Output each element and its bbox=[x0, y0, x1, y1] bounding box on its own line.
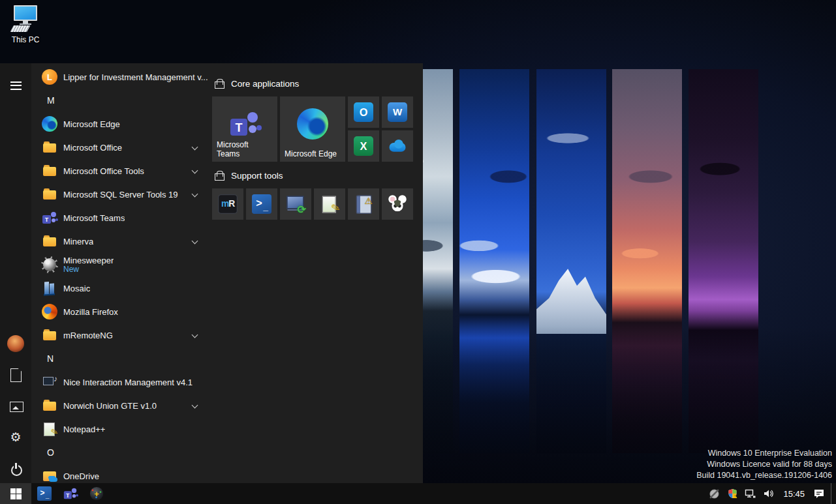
tile-icon-wrap bbox=[212, 106, 277, 142]
windows-logo-icon bbox=[10, 488, 22, 499]
chevron-down-icon[interactable] bbox=[193, 145, 198, 150]
app-item-label: Microsoft Office bbox=[63, 143, 122, 153]
tile-excel[interactable] bbox=[348, 130, 379, 162]
tile-notepad-plus-plus[interactable] bbox=[314, 188, 345, 220]
rail-item-pictures[interactable] bbox=[0, 393, 31, 419]
action-center-icon[interactable] bbox=[813, 487, 826, 500]
no-internet-icon[interactable] bbox=[707, 487, 720, 500]
section-letter: O bbox=[47, 447, 54, 458]
watermark-line-3: Build 19041.vb_release.191206-1406 bbox=[696, 470, 832, 481]
start-app-onedrive[interactable]: OneDrive bbox=[31, 464, 212, 483]
tile-icon-wrap bbox=[280, 106, 345, 142]
tray-after-clock bbox=[813, 487, 826, 500]
outlook-icon bbox=[354, 102, 373, 122]
app-item-label: Mosaic bbox=[63, 284, 90, 293]
app-item-label: Lipper for Investment Management v... bbox=[63, 72, 208, 82]
rail-item-documents[interactable] bbox=[0, 362, 31, 388]
start-app-mremoteng[interactable]: mRemoteNG bbox=[31, 323, 212, 347]
start-app-minerva[interactable]: Minerva bbox=[31, 230, 212, 253]
group-header-support-tools[interactable]: Support tools bbox=[215, 170, 413, 181]
start-app-lipper-for-investment-management-v[interactable]: Lipper for Investment Management v... bbox=[31, 65, 212, 89]
start-app-microsoft-office[interactable]: Microsoft Office bbox=[31, 136, 212, 159]
rail-item-user-avatar[interactable] bbox=[0, 331, 31, 357]
app-section-n[interactable]: N bbox=[31, 347, 212, 370]
tile-onedrive[interactable] bbox=[382, 130, 413, 162]
app-item-label: Minerva bbox=[63, 237, 93, 246]
folder-icon bbox=[42, 233, 57, 249]
tile-area: Microsoft TeamsMicrosoft Edge bbox=[212, 96, 413, 162]
excel-icon bbox=[354, 136, 373, 156]
app-item-label: Minesweeper bbox=[63, 256, 114, 265]
app-item-labels: MinesweeperNew bbox=[63, 256, 114, 274]
start-app-mosaic[interactable]: Mosaic bbox=[31, 276, 212, 300]
start-app-nice-interaction-management-v4-1[interactable]: Nice Interaction Management v4.1 bbox=[31, 370, 212, 394]
rail-item-settings-gear[interactable] bbox=[0, 424, 31, 450]
computer-icon bbox=[10, 5, 40, 34]
show-desktop-button[interactable] bbox=[831, 483, 834, 504]
watermark-line-1: Windows 10 Enterprise Evaluation bbox=[696, 448, 832, 459]
start-button[interactable] bbox=[0, 483, 31, 504]
teams-icon bbox=[42, 210, 57, 226]
start-app-norwich-union-gte-v1-0[interactable]: Norwich Union GTE v1.0 bbox=[31, 394, 212, 417]
user-avatar-icon bbox=[7, 335, 24, 352]
this-pc-desktop-icon[interactable]: This PC bbox=[7, 5, 44, 44]
volume-icon[interactable] bbox=[762, 487, 775, 500]
start-app-microsoft-sql-server-tools-19[interactable]: Microsoft SQL Server Tools 19 bbox=[31, 183, 212, 206]
tile-powershell[interactable] bbox=[246, 188, 277, 220]
taskbar-app-sphere-app[interactable] bbox=[84, 483, 110, 504]
powershell-icon bbox=[252, 194, 271, 214]
mosaic-icon bbox=[42, 280, 57, 297]
taskbar-app-teams[interactable] bbox=[57, 483, 84, 504]
chevron-down-icon[interactable] bbox=[193, 239, 198, 244]
chevron-down-icon[interactable] bbox=[193, 403, 198, 408]
remote-desktop-icon bbox=[286, 194, 305, 214]
tile-microsoft-edge[interactable]: Microsoft Edge bbox=[280, 96, 345, 162]
app-item-labels: Mozilla Firefox bbox=[63, 307, 118, 317]
app-section-o[interactable]: O bbox=[31, 441, 212, 464]
log-viewer-icon bbox=[354, 194, 373, 214]
pictures-icon bbox=[8, 398, 23, 414]
tile-log-viewer[interactable] bbox=[348, 188, 379, 220]
start-app-microsoft-office-tools[interactable]: Microsoft Office Tools bbox=[31, 159, 212, 183]
start-menu-rail bbox=[0, 63, 31, 483]
tile-mouse-app[interactable] bbox=[382, 188, 413, 220]
start-app-mozilla-firefox[interactable]: Mozilla Firefox bbox=[31, 300, 212, 323]
ethernet-icon[interactable] bbox=[744, 487, 757, 500]
tile-remote-desktop[interactable] bbox=[280, 188, 311, 220]
power-icon bbox=[8, 461, 23, 477]
watermark-line-2: Windows Licence valid for 88 days bbox=[696, 459, 832, 470]
start-app-microsoft-teams[interactable]: Microsoft Teams bbox=[31, 206, 212, 230]
rail-item-power[interactable] bbox=[0, 456, 31, 482]
app-item-labels: Minerva bbox=[63, 237, 93, 246]
app-item-label: Microsoft Office Tools bbox=[63, 166, 144, 176]
mouse-icon bbox=[388, 194, 407, 214]
taskbar-apps bbox=[31, 483, 110, 504]
chevron-down-icon[interactable] bbox=[193, 192, 198, 197]
start-app-notepad[interactable]: Notepad++ bbox=[31, 417, 212, 441]
start-app-microsoft-edge[interactable]: Microsoft Edge bbox=[31, 112, 212, 136]
app-item-label: Nice Interaction Management v4.1 bbox=[63, 378, 193, 387]
chevron-down-icon[interactable] bbox=[193, 333, 198, 338]
tile-mremoteng[interactable] bbox=[212, 188, 243, 220]
defender-warning-icon[interactable]: ! bbox=[726, 487, 739, 500]
monitor-screen bbox=[14, 5, 37, 21]
npp-icon bbox=[320, 194, 339, 214]
tray-icons: ! bbox=[707, 487, 775, 500]
firefox-icon bbox=[42, 304, 57, 319]
tile-word[interactable] bbox=[382, 96, 413, 128]
taskbar-clock[interactable]: 15:45 bbox=[781, 489, 807, 499]
app-item-label: Microsoft Edge bbox=[63, 119, 120, 129]
section-letter: N bbox=[47, 353, 54, 364]
app-section-m[interactable]: M bbox=[31, 89, 212, 112]
tile-microsoft-teams[interactable]: Microsoft Teams bbox=[212, 96, 277, 162]
chevron-down-icon[interactable] bbox=[193, 168, 198, 173]
group-header-core-applications[interactable]: Core applications bbox=[215, 78, 413, 89]
app-item-label: Microsoft Teams bbox=[63, 213, 125, 223]
teams-icon bbox=[229, 108, 260, 140]
start-app-list: Lipper for Investment Management v...MMi… bbox=[31, 63, 212, 483]
documents-icon bbox=[8, 367, 23, 383]
start-app-minesweeper[interactable]: MinesweeperNew bbox=[31, 253, 212, 276]
rail-item-hamburger-menu[interactable] bbox=[0, 72, 31, 98]
taskbar-app-powershell[interactable] bbox=[31, 483, 57, 504]
tile-outlook[interactable] bbox=[348, 96, 379, 128]
